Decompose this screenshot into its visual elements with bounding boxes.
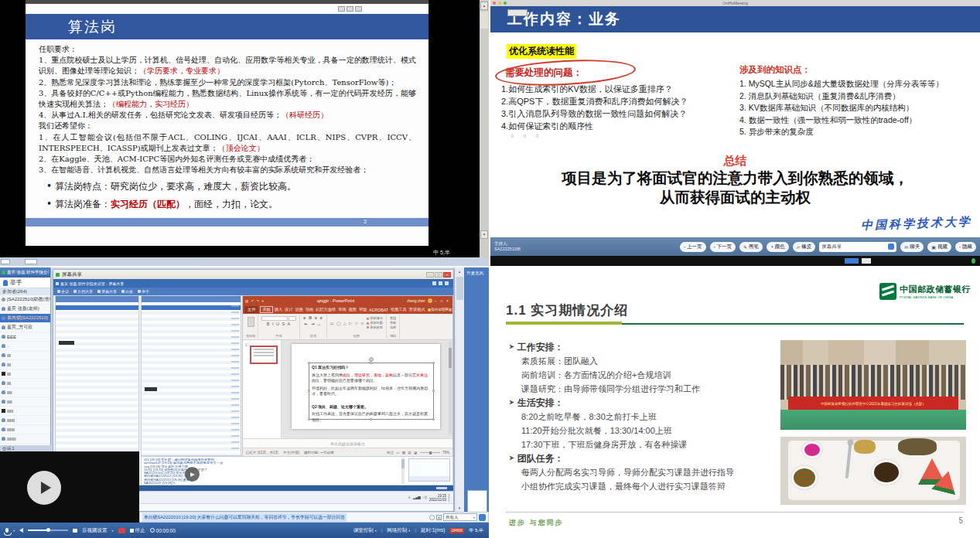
remote-tool[interactable]: 会议 (57, 289, 69, 294)
replace-button[interactable]: 替换 (390, 322, 396, 325)
eraser-button[interactable]: ▱橡皮 (793, 242, 816, 252)
scroll-down-icon[interactable]: ▾ (480, 230, 488, 239)
network-control-dropdown[interactable]: 网络控制▾ (387, 527, 410, 534)
select-button[interactable]: 选择 (390, 326, 396, 330)
scroll-thumb[interactable] (456, 277, 463, 300)
shape-gallery-icons[interactable]: ▭ ◯ △ ▷ ☆ ◇ (330, 321, 364, 325)
view-mode-icons[interactable]: ▭ ▦ ▤ ◪ (396, 451, 418, 455)
ribbon-group-clipboard[interactable]: 剪贴板 (244, 315, 258, 339)
participant-row[interactable]: EEE (0, 332, 50, 342)
mini-controls[interactable] (507, 9, 528, 16)
scroll-up-icon[interactable]: ▴ (455, 269, 464, 274)
outer-scrollbar[interactable]: ▴▾ (454, 267, 464, 512)
scroll-down-icon[interactable]: ▾ (455, 506, 464, 510)
scroll-thumb[interactable] (480, 12, 488, 29)
participant-row[interactable]: [SA2222510]助教(管理员) (0, 295, 50, 305)
resize-handle[interactable] (308, 418, 310, 421)
indent-icons[interactable]: ⇤ ⇥ ↔ (305, 322, 323, 327)
remote-tool[interactable]: 白板 (121, 289, 133, 294)
prev-page-button[interactable]: ‹上一页 (680, 242, 706, 252)
microphone-icon[interactable] (5, 528, 9, 533)
toolbar-chip-icon[interactable] (355, 6, 362, 12)
tell-me-search[interactable]: 操作说明搜索 (428, 308, 452, 312)
close-button[interactable]: × (443, 272, 451, 278)
participant-row[interactable]: III (0, 360, 50, 369)
class-control-dropdown[interactable]: 课堂控制▾ (353, 527, 377, 534)
scroll-up-icon[interactable]: ▴ (480, 2, 488, 10)
slide-thumbnail[interactable] (250, 346, 278, 364)
tab-draw-tools[interactable]: 绘图工具 (391, 307, 407, 312)
stop-button[interactable]: 停止 (130, 527, 145, 534)
minimize-button[interactable]: – (426, 272, 434, 278)
ribbon-group-drawing[interactable]: ▭ ◯ △ ▷ ☆ ◇ 形状填充形状轮廓形状效果 绘图 (327, 315, 387, 339)
shape-effects[interactable]: 形状效果 (367, 326, 383, 330)
tab-review[interactable]: 审阅 (338, 307, 346, 312)
tab-acrobat[interactable]: ACROBAT (369, 308, 388, 312)
resize-handle[interactable] (432, 418, 435, 421)
resize-handle[interactable] (308, 362, 310, 364)
tab-shape-format[interactable]: 形状格式 (409, 307, 425, 312)
participant-row[interactable]: IIIII (0, 407, 50, 416)
shape-outline[interactable]: 形状轮廓 (367, 322, 383, 325)
avatar[interactable] (428, 298, 432, 303)
language-label[interactable]: 中文(中国) (283, 451, 299, 455)
scrollbar[interactable]: ▴▾ (480, 0, 489, 257)
slide-scrollbar[interactable] (449, 342, 452, 434)
paste-icon[interactable] (248, 317, 254, 327)
participant-row[interactable]: IIIIII (0, 425, 50, 434)
show-desktop-button[interactable] (449, 494, 450, 502)
align-icons[interactable]: ≡ ≣ ≡ ≡ (303, 315, 323, 321)
comments-button[interactable]: 批注 (387, 451, 394, 455)
maximize-button[interactable]: □ (435, 272, 442, 278)
speaker-icon[interactable] (19, 528, 23, 533)
tab-animations[interactable]: 动画 (306, 307, 313, 312)
remote-tool[interactable]: 屏幕共享 (97, 289, 117, 294)
tab-file[interactable]: 文件 (244, 306, 258, 313)
font-size-box[interactable] (289, 316, 296, 321)
ribbon-group-paragraph[interactable]: ≡ ≣ ≡ ≡⇤ ⇥ ↔段落 (300, 315, 327, 339)
participant-row[interactable]: III (0, 351, 50, 360)
tab-slideshow[interactable]: 幻灯片放映 (316, 307, 336, 312)
participant-row[interactable]: ·· (0, 342, 50, 351)
tray-expand-icon[interactable]: ∧ (408, 495, 410, 499)
participant-row[interactable]: III (0, 369, 50, 379)
participant-row[interactable]: IIIIIII (0, 434, 50, 444)
remote-tool[interactable]: 文档共享 (73, 289, 93, 294)
tab-design[interactable]: 设计 (285, 307, 292, 312)
chevron-down-icon[interactable]: ▾ (112, 529, 114, 533)
tab-view[interactable]: 视图 (349, 307, 357, 312)
chevron-down-icon[interactable]: ▾ (13, 529, 15, 533)
participant-row[interactable]: III (0, 379, 50, 388)
ribbon-group-font[interactable]: B I U S A字体 (258, 315, 300, 339)
ribbon-group-editing[interactable]: 查找替换选择编辑 (387, 315, 400, 339)
volume-slider[interactable] (28, 529, 68, 531)
chat-scrollbar[interactable] (401, 458, 405, 484)
toolbar-chip-icon[interactable] (338, 6, 345, 12)
screen-share-field[interactable]: 屏幕共享 (819, 242, 896, 252)
participant-row[interactable]: 嘉宾 张磊(老师) (0, 305, 50, 314)
participant-row[interactable]: IIIIII (0, 416, 50, 425)
raise-hand-button[interactable]: 举手 (0, 278, 50, 288)
resize-handle[interactable] (432, 362, 435, 364)
volume-icon[interactable]: ◁) (423, 495, 427, 499)
toolbar-chip-icon[interactable] (347, 6, 353, 12)
chat-button[interactable]: ✉聊天 (900, 242, 924, 252)
font-style-icon[interactable]: A (436, 515, 442, 520)
resize-handle[interactable] (308, 390, 310, 392)
ppt-slide[interactable]: Q1 算法实习好找吗？ 算法大致上有四类岗位，理论研究，落地，架构以及一部分芯片… (292, 344, 440, 429)
notes-placeholder[interactable]: 单击此处以添加备注 (243, 438, 452, 448)
zoom-level[interactable]: 76% (442, 451, 449, 455)
color-button[interactable]: ◑颜色 (767, 242, 789, 252)
hide-button[interactable]: ›隐藏 (955, 242, 976, 252)
zoom-slider[interactable] (420, 452, 440, 453)
video-button[interactable]: ▣视频 (927, 242, 951, 252)
network-icon[interactable]: ▂▄▆ (413, 495, 421, 499)
tab-insert[interactable]: 插入 (275, 307, 282, 312)
play-button[interactable] (27, 471, 61, 505)
pen-button[interactable]: ✎画笔 (739, 242, 763, 252)
participant-row[interactable]: IIII (0, 388, 50, 397)
quick-access-toolbar[interactable]: ▤ ↶ ↷ ▾ (245, 299, 265, 303)
selected-textbox[interactable]: Q1 算法实习好找吗？ 算法大致上有四类岗位，理论研究，落地，架构以及一部分芯片… (309, 363, 434, 420)
tab-transitions[interactable]: 切换 (295, 307, 303, 312)
send-button[interactable] (479, 514, 486, 521)
